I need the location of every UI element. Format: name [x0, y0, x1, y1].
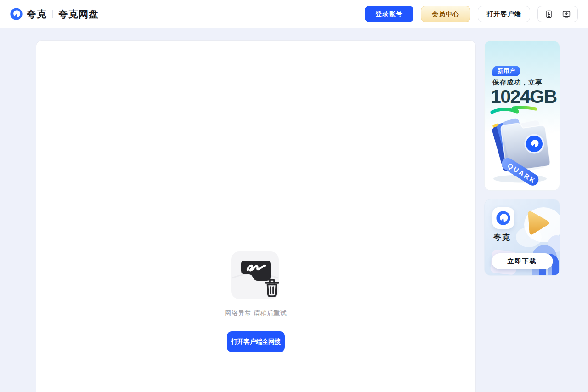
error-message: 网络异常 请稍后重试	[225, 309, 287, 318]
content-panel: 网络异常 请稍后重试 打开客户端全网搜	[36, 40, 476, 392]
quark-app-icon	[492, 207, 514, 229]
new-user-badge: 新用户	[492, 66, 520, 76]
login-button[interactable]: 登录账号	[365, 6, 413, 22]
member-center-button[interactable]: 会员中心	[421, 6, 470, 22]
app-download-card[interactable]: 夸克 立即下载	[484, 199, 560, 276]
quark-logo-icon	[10, 8, 23, 20]
open-client-button[interactable]: 打开客户端	[478, 6, 530, 22]
download-now-button[interactable]: 立即下载	[492, 253, 553, 269]
download-apps-button[interactable]	[537, 6, 578, 22]
main-area: 网络异常 请稍后重试 打开客户端全网搜 新用户 保存成功，立享 1024GB	[0, 28, 588, 392]
app-name: 夸克	[493, 232, 511, 243]
top-header: 夸克 夸克网盘 登录账号 会员中心 打开客户端	[0, 0, 588, 28]
error-state: 网络异常 请稍后重试 打开客户端全网搜	[36, 250, 475, 352]
promo-sidebar: 新用户 保存成功，立享 1024GB	[484, 40, 560, 276]
storage-promo-card[interactable]: 新用户 保存成功，立享 1024GB	[484, 40, 560, 191]
quark-folder-illustration: QUARK	[488, 117, 557, 186]
brand-product-name: 夸克网盘	[58, 8, 99, 21]
network-error-icon	[230, 250, 282, 301]
storage-amount: 1024GB	[491, 86, 557, 108]
green-swoosh-underline	[490, 106, 538, 115]
brand-name: 夸克	[27, 8, 47, 21]
brand[interactable]: 夸克 夸克网盘	[10, 8, 99, 21]
open-client-search-button[interactable]: 打开客户端全网搜	[227, 331, 285, 352]
header-actions: 登录账号 会员中心 打开客户端	[365, 6, 578, 22]
quark-logo-icon	[496, 211, 510, 225]
brand-divider	[52, 10, 53, 18]
monitor-download-icon	[562, 10, 571, 18]
phone-download-icon	[545, 10, 553, 18]
